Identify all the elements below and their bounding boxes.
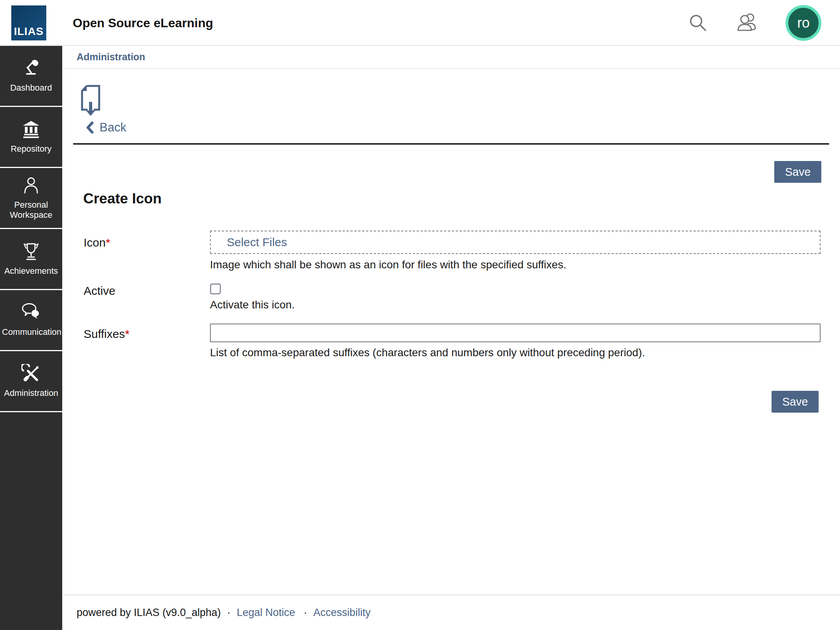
file-icon: [80, 85, 102, 118]
suffixes-input[interactable]: [210, 324, 821, 342]
sidebar-filler: [0, 412, 62, 630]
row-spacer: [84, 271, 821, 284]
sidebar-item-label: Administration: [4, 388, 58, 398]
field-control-icon: Select Files Image which shall be shown …: [210, 231, 821, 271]
sidebar: Dashboard Repository Personal Workspace: [0, 46, 62, 630]
accessibility-link[interactable]: Accessibility: [313, 607, 371, 619]
header-icons: ro: [688, 0, 821, 46]
legal-notice-link[interactable]: Legal Notice: [237, 607, 295, 619]
footer-separator: ·: [304, 607, 307, 619]
powered-by-text: powered by ILIAS (v9.0_alpha): [77, 607, 221, 619]
sidebar-item-label: Communication: [2, 327, 60, 337]
chevron-left-icon: [86, 121, 94, 134]
sidebar-item-achievements[interactable]: Achievements: [0, 229, 62, 290]
required-marker: *: [106, 236, 110, 249]
sidebar-item-label: Personal Workspace: [2, 200, 60, 220]
form-title: Create Icon: [83, 191, 162, 207]
sidebar-item-personal-workspace[interactable]: Personal Workspace: [0, 168, 62, 229]
trophy-icon: [21, 242, 41, 261]
create-icon-form: Icon* Select Files Image which shall be …: [84, 231, 821, 359]
field-byline-suffixes: List of comma-separated suffixes (charac…: [210, 346, 821, 359]
sidebar-item-dashboard[interactable]: Dashboard: [0, 46, 62, 107]
back-link[interactable]: Back: [86, 121, 126, 135]
footer: powered by ILIAS (v9.0_alpha) · Legal No…: [62, 595, 840, 630]
field-label-icon: Icon*: [84, 231, 210, 271]
sidebar-item-label: Achievements: [4, 266, 58, 276]
main-content: Administration Back Save Create Icon Ico…: [62, 46, 840, 595]
search-icon[interactable]: [688, 12, 709, 33]
avatar[interactable]: ro: [786, 5, 821, 41]
save-button-bottom[interactable]: Save: [772, 391, 819, 413]
field-label-suffixes: Suffixes*: [84, 324, 210, 359]
field-label-active: Active: [84, 284, 210, 311]
row-spacer: [84, 311, 821, 324]
who-is-online-icon[interactable]: [735, 12, 759, 34]
back-label: Back: [100, 121, 126, 135]
breadcrumb-link-administration[interactable]: Administration: [77, 51, 145, 63]
footer-separator: ·: [227, 607, 231, 619]
breadcrumb: Administration: [62, 46, 840, 69]
field-byline-icon: Image which shall be shown as an icon fo…: [210, 259, 821, 271]
chat-bubbles-icon: [21, 303, 41, 322]
section-divider: [73, 143, 829, 145]
field-byline-active: Activate this icon.: [210, 299, 821, 311]
sidebar-item-label: Dashboard: [10, 83, 52, 93]
lamp-icon: [21, 59, 41, 78]
field-control-suffixes: List of comma-separated suffixes (charac…: [210, 324, 821, 359]
sidebar-item-label: Repository: [10, 144, 51, 154]
tools-icon: [21, 364, 41, 383]
page-title: Open Source eLearning: [73, 0, 213, 46]
ilias-logo[interactable]: ILIAS: [11, 5, 46, 40]
active-checkbox[interactable]: [210, 284, 221, 294]
sidebar-item-communication[interactable]: Communication: [0, 290, 62, 351]
select-files-button[interactable]: Select Files: [227, 236, 287, 249]
user-icon: [21, 176, 41, 195]
header: ILIAS Open Source eLearning ro: [0, 0, 840, 46]
save-button-top[interactable]: Save: [774, 161, 821, 183]
field-control-active: Activate this icon.: [210, 284, 821, 311]
bank-icon: [21, 120, 41, 139]
sidebar-item-administration[interactable]: Administration: [0, 351, 62, 412]
sidebar-item-repository[interactable]: Repository: [0, 107, 62, 168]
file-dropzone[interactable]: Select Files: [210, 231, 821, 254]
required-marker: *: [125, 327, 130, 340]
